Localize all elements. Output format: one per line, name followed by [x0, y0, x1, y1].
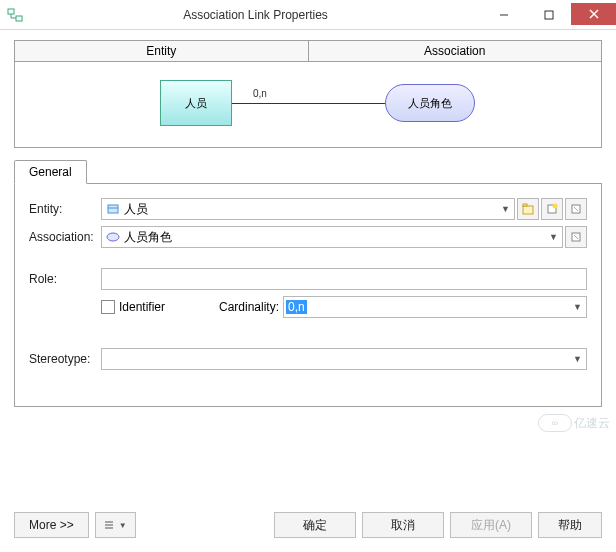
role-input[interactable] [101, 268, 587, 290]
apply-button[interactable]: 应用(A) [450, 512, 532, 538]
stereotype-label: Stereotype: [29, 352, 101, 366]
watermark: ∞ 亿速云 [538, 414, 610, 432]
more-button[interactable]: More >> [14, 512, 89, 538]
entity-new-button[interactable] [541, 198, 563, 220]
ok-button[interactable]: 确定 [274, 512, 356, 538]
diagram-entity: 人员 [160, 80, 232, 126]
diagram-link-line [232, 103, 385, 104]
association-label: Association: [29, 230, 101, 244]
association-combo[interactable]: 人员角色 ▼ [101, 226, 563, 248]
entity-icon [106, 202, 120, 216]
svg-rect-1 [16, 16, 22, 21]
role-label: Role: [29, 272, 101, 286]
menu-icon [104, 519, 116, 531]
svg-rect-9 [523, 204, 527, 206]
close-button[interactable] [571, 3, 616, 25]
identifier-checkbox[interactable] [101, 300, 115, 314]
chevron-down-icon: ▼ [549, 232, 558, 242]
svg-rect-8 [523, 206, 533, 214]
stereotype-combo[interactable]: ▼ [101, 348, 587, 370]
cloud-icon: ∞ [538, 414, 572, 432]
tab-general[interactable]: General [14, 160, 87, 184]
menu-button[interactable]: ▼ [95, 512, 136, 538]
entity-combo[interactable]: 人员 ▼ [101, 198, 515, 220]
entity-value: 人员 [124, 201, 501, 218]
entity-browse-button[interactable] [517, 198, 539, 220]
header-entity[interactable]: Entity [15, 41, 309, 61]
header-association[interactable]: Association [309, 41, 602, 61]
chevron-down-icon: ▼ [573, 354, 582, 364]
tab-strip: General [14, 160, 602, 184]
window-title: Association Link Properties [30, 8, 481, 22]
svg-rect-0 [8, 9, 14, 14]
svg-point-11 [553, 204, 558, 209]
diagram-preview: 人员 0,n 人员角色 [14, 62, 602, 148]
chevron-down-icon: ▼ [573, 302, 582, 312]
association-icon [106, 230, 120, 244]
identifier-label: Identifier [119, 300, 219, 314]
titlebar: Association Link Properties [0, 0, 616, 30]
maximize-button[interactable] [526, 4, 571, 26]
minimize-button[interactable] [481, 4, 526, 26]
help-button[interactable]: 帮助 [538, 512, 602, 538]
header-row: Entity Association [14, 40, 602, 62]
svg-rect-3 [545, 11, 553, 19]
association-value: 人员角色 [124, 229, 549, 246]
diagram-association: 人员角色 [385, 84, 475, 122]
association-properties-button[interactable] [565, 226, 587, 248]
svg-point-13 [107, 233, 119, 241]
chevron-down-icon: ▼ [501, 204, 510, 214]
button-bar: More >> ▼ 确定 取消 应用(A) 帮助 [14, 512, 602, 538]
cardinality-label: Cardinality: [219, 300, 283, 314]
cardinality-value: 0,n [286, 300, 307, 314]
general-panel: Entity: 人员 ▼ Association: 人员角色 ▼ Role: [14, 184, 602, 407]
diagram-cardinality-label: 0,n [253, 88, 267, 99]
cancel-button[interactable]: 取消 [362, 512, 444, 538]
cardinality-combo[interactable]: 0,n ▼ [283, 296, 587, 318]
entity-label: Entity: [29, 202, 101, 216]
app-icon [0, 7, 30, 23]
entity-properties-button[interactable] [565, 198, 587, 220]
svg-rect-6 [108, 205, 118, 213]
